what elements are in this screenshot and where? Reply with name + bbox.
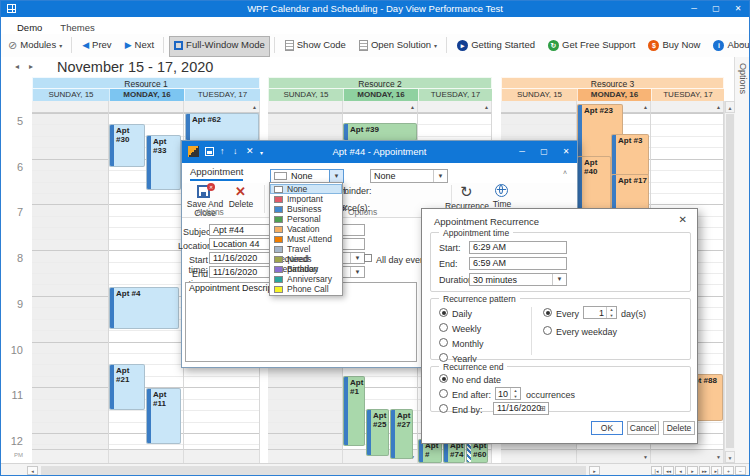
collapse-up-icon[interactable]: ▲ [252,104,257,110]
ok-button[interactable]: OK [591,421,623,435]
appointment[interactable]: Apt #21 [109,364,145,410]
appointment[interactable]: Apt #33 [146,135,181,190]
getting-started-button[interactable]: ▸Getting Started [452,36,540,57]
reminder-combo-dropdown-icon[interactable]: ▼ [433,170,447,182]
delete-button[interactable]: Delete [226,200,256,209]
appointment[interactable]: Apt #39 [343,123,417,141]
all-day-area-cell[interactable]: ▲ [343,101,418,113]
duration-combobox[interactable]: 30 minutes ▼ [469,273,567,286]
vertical-scroll-thumb[interactable] [726,114,734,448]
day-header[interactable]: MONDAY, 16 [109,89,184,101]
all-day-area-cell[interactable]: ▲ [651,101,724,113]
appointment[interactable]: Apt #11 [146,388,181,444]
appointment[interactable]: Apt #25 [366,409,389,456]
nav-prev-icon[interactable]: ◂ [15,62,19,71]
end-after-radio[interactable] [439,389,448,398]
label-option-needs-preparation[interactable]: Needs Preparation [270,254,342,264]
open-solution-button[interactable]: Open Solution▾ [354,36,442,57]
label-option-travel-required[interactable]: Travel Required [270,244,342,254]
prev-button[interactable]: ◀Prev [77,36,116,57]
nav-cluster-button[interactable]: ◂ [675,466,686,475]
label-option-must-attend[interactable]: Must Attend [270,234,342,244]
scroll-right-icon[interactable]: ▸ [589,466,600,475]
collapse-up-icon[interactable]: ▲ [716,104,721,110]
dialog-close-button[interactable]: ✕ [555,141,577,163]
collapse-up-icon[interactable]: ▲ [410,104,415,110]
weekly-radio[interactable] [439,323,448,332]
appointment[interactable]: Apt #4 [109,287,179,329]
day-header[interactable]: MONDAY, 16 [343,89,418,101]
label-option-business[interactable]: Business [270,204,342,214]
day-header[interactable]: MONDAY, 16 [577,89,651,101]
tab-appointment[interactable]: Appointment [190,166,243,181]
appointment[interactable]: Apt #3 [611,134,649,176]
rec-end-input[interactable]: 6:59 AM [469,257,567,270]
all-day-area-cell[interactable]: ▲ [418,101,492,113]
dialog-maximize-button[interactable]: ▢ [533,141,555,163]
every-weekday-radio[interactable] [543,326,552,335]
label-option-personal[interactable]: Personal [270,214,342,224]
daily-radio[interactable] [439,308,448,317]
all-day-checkbox[interactable] [364,254,372,262]
label-combo-dropdown-icon[interactable]: ▼ [329,170,343,182]
nav-cluster-button[interactable]: − [735,466,746,475]
buy-now-button[interactable]: $Buy Now [643,36,705,57]
label-option-none[interactable]: None [270,184,342,194]
horizontal-scroll-thumb[interactable] [41,466,586,475]
duration-dropdown-icon[interactable]: ▼ [552,274,566,285]
all-day-area-cell[interactable] [109,101,184,113]
next-button[interactable]: ▶Next [120,36,159,57]
label-option-anniversary[interactable]: Anniversary [270,274,342,284]
day-header[interactable]: SUNDAY, 15 [501,89,577,101]
reminder-combobox[interactable]: None ▼ [370,169,448,183]
appointment[interactable]: Apt #1 [343,376,365,446]
nav-cluster-button[interactable]: ▸ [687,466,698,475]
appointment[interactable]: Apt #62 [185,113,259,141]
get-free-support-button[interactable]: ↻Get Free Support [543,36,640,57]
collapse-up-icon[interactable]: ▲ [484,104,489,110]
all-day-area-cell[interactable] [268,101,343,113]
options-panel-label[interactable]: Options [738,63,748,94]
nav-cluster-button[interactable]: ▸▸ [699,466,710,475]
horizontal-scrollbar[interactable]: ◂ ▸ |◂◂◂◂▸▸▸▸|+− [1,463,750,476]
all-day-area-cell[interactable] [32,101,109,113]
delete-button-recurrence[interactable]: Delete [663,421,695,435]
label-combobox[interactable]: None ▼ [270,169,344,183]
occurrences-spinner-arrows-icon[interactable]: ▲▼ [510,388,520,399]
monthly-radio[interactable] [439,338,448,347]
vertical-scrollbar[interactable]: ▲ ▼ [724,101,735,463]
recurrence-close-icon[interactable]: ✕ [679,214,687,225]
appointment[interactable]: Apt #30 [109,124,145,167]
rec-start-input[interactable]: 6:29 AM [469,241,567,254]
close-button[interactable]: ✕ [727,1,749,17]
occurrences-spinner[interactable]: 10 ▲▼ [495,387,521,400]
label-option-vacation[interactable]: Vacation [270,224,342,234]
collapse-up-icon[interactable]: ▲ [643,104,648,110]
minimize-button[interactable]: ─ [683,1,705,17]
end-by-calendar-icon[interactable]: ⊞ [539,404,546,413]
dialog-minimize-button[interactable]: ─ [511,141,533,163]
day-header[interactable]: TUESDAY, 17 [184,89,260,101]
scroll-left-icon[interactable]: ◂ [27,466,38,475]
toolbar-overflow-chevron-icon[interactable]: ⌄ [738,38,745,47]
label-option-important[interactable]: Important [270,194,342,204]
show-code-button[interactable]: Show Code [280,36,351,57]
expand-down-icon[interactable]: ▼ [716,454,721,460]
end-by-radio[interactable] [439,404,448,413]
nav-cluster-button[interactable]: |◂ [651,466,662,475]
day-header[interactable]: TUESDAY, 17 [651,89,724,101]
cancel-button[interactable]: Cancel [627,421,659,435]
no-end-date-radio[interactable] [439,374,448,383]
day-header[interactable]: SUNDAY, 15 [268,89,343,101]
ribbon-collapse-chevron-icon[interactable]: ˄ [563,169,567,176]
label-option-birthday[interactable]: Birthday [270,264,342,274]
yearly-radio[interactable] [439,353,448,362]
scroll-up-icon[interactable]: ▲ [725,101,735,113]
day-header[interactable]: TUESDAY, 17 [418,89,492,101]
maximize-button[interactable]: ▢ [705,1,727,17]
nav-cluster-button[interactable]: ▸| [711,466,722,475]
nav-next-icon[interactable]: ▸ [29,62,33,71]
day-column[interactable] [32,113,109,449]
every-spinner-arrows-icon[interactable]: ▲▼ [606,307,616,318]
all-day-area-cell[interactable]: ▲ [184,101,260,113]
